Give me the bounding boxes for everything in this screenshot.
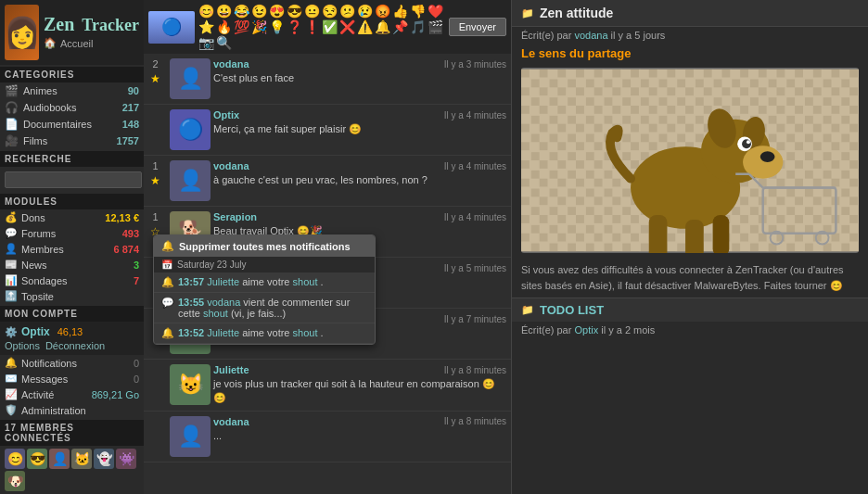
emoji-14[interactable]: ❤️	[427, 4, 443, 19]
sondages-count: 7	[134, 275, 139, 286]
documentaires-count: 148	[122, 119, 139, 130]
shout-time-2: Il y a 4 minutes	[444, 110, 506, 120]
shout-avatar-7: 😺	[167, 360, 213, 411]
cat-animes[interactable]: 🎬 Animes 90	[0, 82, 144, 99]
deconnexion-link[interactable]: Déconnexion	[45, 340, 105, 351]
todo-folder-icon: 📁	[521, 304, 534, 316]
activite-count: 869,21 Go	[92, 389, 139, 400]
module-membres[interactable]: 👤 Membres 6 874	[0, 241, 144, 257]
admin-item[interactable]: 🛡️ Administration	[0, 402, 144, 418]
emoji-bar: 😊 😀 😂 😉 😍 😎 😐 😒 😕 😢 😡 👍 👎 ❤️ ⭐ 🔥 💯 🎉 💡 ❓…	[198, 4, 446, 50]
notif-bell-3: 🔔	[161, 327, 174, 339]
emoji-24[interactable]: ⚠️	[356, 19, 373, 34]
member-avatar-2[interactable]: 😎	[27, 449, 47, 469]
member-avatar-6[interactable]: 👾	[116, 449, 136, 469]
emoji-16[interactable]: 🔥	[215, 19, 232, 34]
cat-audiobooks[interactable]: 🎧 Audiobooks 217	[0, 99, 144, 116]
shout-meta-7: Juliette Il y a 8 minutes	[213, 364, 506, 375]
emoji-21[interactable]: ❗	[303, 19, 320, 34]
emoji-9[interactable]: 😕	[338, 4, 355, 19]
emoji-22[interactable]: ✅	[321, 19, 338, 34]
emoji-29[interactable]: 📷	[198, 35, 214, 50]
emoji-27[interactable]: 🎵	[409, 19, 426, 34]
emoji-23[interactable]: ❌	[338, 19, 355, 34]
shout-meta-1: vodana Il y a 3 minutes	[213, 58, 506, 70]
emoji-17[interactable]: 💯	[233, 19, 249, 34]
shout-user-2[interactable]: Optix	[213, 109, 239, 120]
member-avatar-7[interactable]: 🐶	[5, 471, 25, 491]
emoji-5[interactable]: 😍	[268, 4, 285, 19]
messages-icon: ✉️	[5, 373, 18, 385]
module-sondages[interactable]: 📊 Sondages 7	[0, 272, 144, 288]
avatar-img-8: 👤	[170, 416, 211, 457]
account-username[interactable]: Optix	[21, 325, 50, 338]
notif-user-2[interactable]: vodana	[207, 297, 240, 308]
shout-user-8[interactable]: vodana	[213, 416, 249, 427]
shout-time-7: Il y a 8 minutes	[444, 365, 506, 375]
star-icon-1[interactable]: ★	[150, 72, 160, 85]
emoji-15[interactable]: ⭐	[198, 19, 214, 34]
cat-films[interactable]: 🎥 Films 1757	[0, 133, 144, 149]
notif-item-2: 💬 13:55 vodana vient de commenter sur ce…	[154, 293, 375, 323]
svg-point-11	[742, 139, 751, 148]
shout-text-2: Merci, ça me fait super plaisir 😊	[213, 122, 506, 136]
account-links: Options Déconnexion	[5, 340, 139, 351]
dog-image-svg	[521, 68, 859, 253]
notif-shout-link-3[interactable]: shout	[293, 327, 318, 338]
emoji-3[interactable]: 😂	[233, 4, 249, 19]
emoji-12[interactable]: 👍	[391, 4, 408, 19]
star-icon-3[interactable]: ★	[150, 174, 160, 187]
shout-body-2: Optix Il y a 4 minutes Merci, ça me fait…	[213, 105, 511, 155]
activite-item[interactable]: 📈 Activité 869,21 Go	[0, 386, 144, 402]
send-button[interactable]: Envoyer	[449, 18, 506, 36]
notif-user-1[interactable]: Juliette	[207, 276, 239, 287]
emoji-8[interactable]: 😒	[321, 4, 338, 19]
shout-num-col-8	[144, 412, 167, 462]
shout-user-3[interactable]: vodana	[213, 160, 249, 171]
shout-user-7[interactable]: Juliette	[213, 364, 249, 375]
module-dons[interactable]: 💰 Dons 12,13 €	[0, 209, 144, 225]
notif-shout-link-2[interactable]: shout	[203, 308, 228, 319]
emoji-30[interactable]: 🔍	[215, 35, 232, 50]
shout-body-8: vodana Il y a 8 minutes ...	[213, 412, 511, 462]
member-avatar-4[interactable]: 🐱	[71, 449, 92, 469]
cat-documentaires[interactable]: 📄 Documentaires 148	[0, 116, 144, 133]
right-author[interactable]: vodana	[574, 30, 607, 41]
membres-icon: 👤	[5, 243, 18, 255]
emoji-19[interactable]: 💡	[268, 19, 285, 34]
emoji-26[interactable]: 📌	[391, 19, 408, 34]
member-avatar-5[interactable]: 👻	[94, 449, 114, 469]
notif-item[interactable]: 🔔 Notifications 0	[0, 355, 144, 371]
module-forums[interactable]: 💬 Forums 493	[0, 225, 144, 241]
notif-user-3[interactable]: Juliette	[207, 327, 239, 338]
module-topsite[interactable]: 🔝 Topsite	[0, 288, 144, 304]
options-link[interactable]: Options	[5, 340, 40, 351]
shout-user-1[interactable]: vodana	[213, 58, 249, 70]
messages-item[interactable]: ✉️ Messages 0	[0, 371, 144, 386]
notif-popup-header[interactable]: 🔔 Supprimer toutes mes notifications	[154, 235, 375, 257]
animes-label: Animes	[23, 85, 124, 96]
notif-shout-link-1[interactable]: shout	[293, 276, 318, 287]
emoji-20[interactable]: ❓	[286, 19, 302, 34]
emoji-4[interactable]: 😉	[250, 4, 267, 19]
emoji-7[interactable]: 😐	[303, 4, 320, 19]
nav-accueil[interactable]: 🏠 Accueil	[44, 35, 139, 51]
module-news[interactable]: 📰 News 3	[0, 257, 144, 272]
member-avatar-3[interactable]: 👤	[49, 449, 70, 469]
logo-avatar	[5, 5, 39, 60]
avatar-img-1: 👤	[170, 58, 211, 99]
emoji-6[interactable]: 😎	[286, 4, 302, 19]
todo-author[interactable]: Optix	[574, 324, 598, 336]
emoji-13[interactable]: 👎	[409, 4, 426, 19]
shout-user-4[interactable]: Serapion	[213, 211, 257, 222]
search-input[interactable]	[5, 171, 142, 188]
member-avatar-1[interactable]: 😊	[5, 449, 25, 469]
emoji-18[interactable]: 🎉	[250, 19, 267, 34]
emoji-10[interactable]: 😢	[356, 4, 373, 19]
emoji-1[interactable]: 😊	[198, 4, 214, 19]
emoji-2[interactable]: 😀	[215, 4, 232, 19]
emoji-28[interactable]: 🎬	[427, 19, 443, 34]
svg-rect-13	[649, 215, 668, 253]
emoji-11[interactable]: 😡	[374, 4, 390, 19]
emoji-25[interactable]: 🔔	[374, 19, 390, 34]
